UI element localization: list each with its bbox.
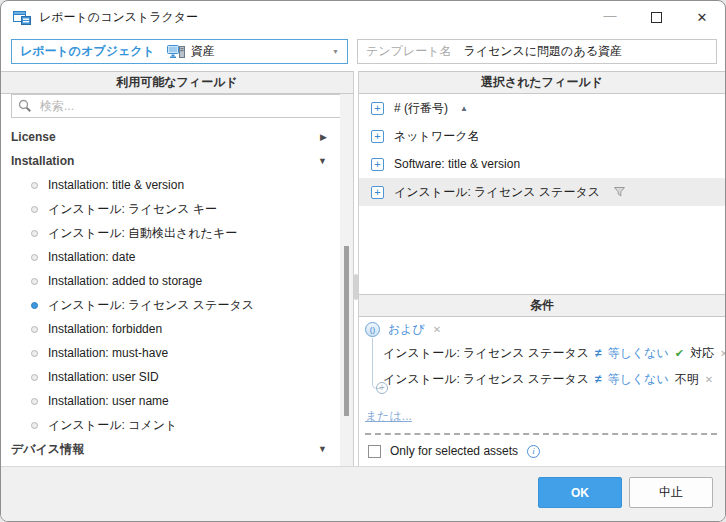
search-input[interactable] <box>38 98 339 114</box>
selected-field-row[interactable]: + Software: title & version <box>359 150 725 178</box>
cancel-button[interactable]: 中止 <box>629 477 713 508</box>
field-item[interactable]: Installation: title & version <box>1 173 339 197</box>
minimize-button[interactable]: — <box>587 1 633 33</box>
radio-bullet-icon <box>31 278 38 285</box>
condition-value[interactable]: 対応 <box>690 345 714 362</box>
radio-bullet-icon <box>31 422 38 429</box>
not-equal-icon: ≠ <box>595 372 602 386</box>
selected-fields-panel: 選択されたフィールド + # (行番号) ▲ + ネットワーク名 + Softw… <box>358 71 725 469</box>
only-selected-assets-label: Only for selected assets <box>390 444 518 458</box>
search-box[interactable] <box>11 94 346 118</box>
scrollbar-track[interactable] <box>340 94 353 469</box>
field-group-license[interactable]: License ▶ <box>1 125 339 149</box>
or-link[interactable]: または... <box>365 408 412 425</box>
field-group-installation[interactable]: Installation ▼ <box>1 149 339 173</box>
chevron-down-icon: ▼ <box>318 444 327 454</box>
expand-plus-icon[interactable]: + <box>371 102 384 115</box>
remove-condition-icon[interactable]: ✕ <box>720 348 726 359</box>
selected-field-row[interactable]: + ネットワーク名 <box>359 122 725 150</box>
selected-field-label: # (行番号) <box>394 100 448 117</box>
field-item[interactable]: Installation: added to storage <box>1 269 339 293</box>
chevron-down-icon: ▼ <box>332 48 339 55</box>
operator-link[interactable]: 等しくない <box>608 371 669 388</box>
radio-bullet-icon <box>31 230 38 237</box>
field-item-selected[interactable]: インストール: ライセンス ステータス <box>1 293 339 317</box>
minimize-icon: — <box>604 8 617 23</box>
field-item-label: インストール: ライセンス キー <box>48 201 217 218</box>
field-item[interactable]: Installation: user name <box>1 389 339 413</box>
not-equal-icon: ≠ <box>595 346 602 360</box>
radio-bullet-icon <box>31 254 38 261</box>
field-group-label: License <box>11 130 56 144</box>
field-item[interactable]: インストール: 自動検出されたキー <box>1 221 339 245</box>
ok-button[interactable]: OK <box>538 477 622 508</box>
expand-plus-icon[interactable]: + <box>371 130 384 143</box>
chevron-right-icon: ▶ <box>320 132 327 142</box>
field-group-label: デバイス情報 <box>11 441 84 458</box>
selected-field-label: インストール: ライセンス ステータス <box>394 184 600 201</box>
and-operator-link[interactable]: および <box>388 321 425 338</box>
field-item-label: Installation: user name <box>48 394 169 408</box>
remove-condition-icon[interactable]: ✕ <box>705 374 713 385</box>
condition-group-row[interactable]: () および ✕ <box>365 321 441 338</box>
condition-row[interactable]: インストール: ライセンス ステータス ≠ 等しくない ✔ 対応 ✕ <box>383 344 726 362</box>
field-item[interactable]: インストール: コメント <box>1 413 339 437</box>
field-item-label: インストール: 自動検出されたキー <box>48 225 237 242</box>
field-item[interactable]: インストール: ライセンス キー <box>1 197 339 221</box>
available-fields-list: License ▶ Installation ▼ Installation: t… <box>1 125 339 469</box>
field-item[interactable]: Installation: user SID <box>1 365 339 389</box>
field-item-label: インストール: コメント <box>48 417 177 434</box>
field-item-label: Installation: user SID <box>48 370 159 384</box>
selected-fields-title: 選択されたフィールド <box>359 71 725 94</box>
only-selected-assets-row: Only for selected assets i <box>368 444 540 458</box>
field-group-label: Installation <box>11 154 74 168</box>
radio-bullet-icon <box>31 350 38 357</box>
maximize-button[interactable] <box>633 1 679 33</box>
close-icon: ✕ <box>697 10 708 25</box>
window-title: レポートのコンストラクター <box>39 9 198 26</box>
operator-link[interactable]: 等しくない <box>608 345 669 362</box>
condition-row[interactable]: インストール: ライセンス ステータス ≠ 等しくない 不明 ✕ <box>383 370 713 388</box>
green-check-icon: ✔ <box>675 347 684 360</box>
available-fields-title: 利用可能なフィールド <box>1 71 353 94</box>
condition-value[interactable]: 不明 <box>675 371 699 388</box>
report-object-select[interactable]: レポートのオブジェクト 資産 ▼ <box>11 39 348 64</box>
radio-bullet-icon <box>31 374 38 381</box>
chevron-down-icon: ▼ <box>318 156 327 166</box>
report-object-label: レポートのオブジェクト <box>20 43 155 60</box>
field-item-label: Installation: forbidden <box>48 322 162 336</box>
radio-bullet-icon <box>31 182 38 189</box>
only-selected-assets-checkbox[interactable] <box>368 445 381 458</box>
expand-plus-icon[interactable]: + <box>371 158 384 171</box>
titlebar: レポートのコンストラクター — ✕ <box>1 1 725 33</box>
field-item[interactable]: Installation: forbidden <box>1 317 339 341</box>
conditions-title: 条件 <box>359 294 725 317</box>
close-button[interactable]: ✕ <box>679 1 725 33</box>
maximize-icon <box>651 12 662 23</box>
template-name-field[interactable]: テンプレート名 ライセンスに問題のある資産 <box>357 39 717 64</box>
field-item-label: Installation: title & version <box>48 178 184 192</box>
template-name-value: ライセンスに問題のある資産 <box>463 43 622 60</box>
radio-bullet-icon <box>31 206 38 213</box>
selected-field-row[interactable]: + # (行番号) ▲ <box>359 94 725 122</box>
selected-field-row-highlighted[interactable]: + インストール: ライセンス ステータス <box>359 178 725 206</box>
field-item-label: Installation: date <box>48 250 135 264</box>
template-name-label: テンプレート名 <box>366 43 451 60</box>
info-icon[interactable]: i <box>527 445 540 458</box>
filter-funnel-icon[interactable] <box>614 187 625 197</box>
field-item[interactable]: Installation: date <box>1 245 339 269</box>
remove-group-icon[interactable]: ✕ <box>433 324 441 335</box>
sort-ascending-icon: ▲ <box>460 104 468 113</box>
field-item[interactable]: Installation: must-have <box>1 341 339 365</box>
expand-plus-icon[interactable]: + <box>371 186 384 199</box>
field-group-device-info[interactable]: デバイス情報 ▼ <box>1 437 339 461</box>
report-object-value: 資産 <box>191 43 215 60</box>
asset-icon <box>167 45 185 59</box>
field-item-label: Installation: added to storage <box>48 274 202 288</box>
field-item-label: インストール: ライセンス ステータス <box>48 297 254 314</box>
conditions-area: () および ✕ インストール: ライセンス ステータス ≠ 等しくない ✔ 対… <box>359 316 725 469</box>
scrollbar-thumb[interactable] <box>344 246 349 416</box>
add-condition-icon[interactable]: + <box>376 382 388 394</box>
selected-field-label: ネットワーク名 <box>394 128 479 145</box>
app-icon <box>13 9 31 25</box>
